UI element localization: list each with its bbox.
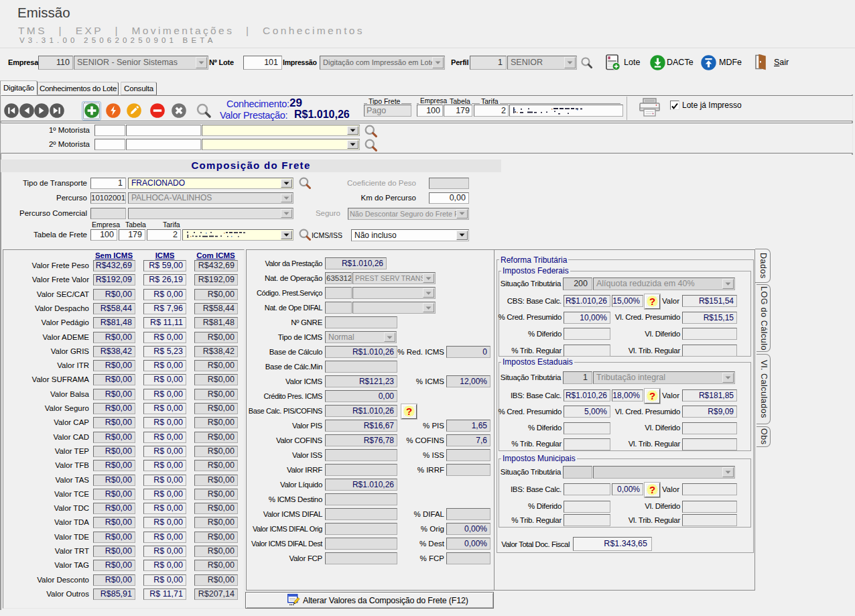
svg-text:?: ? [649,296,655,307]
svg-text:?: ? [649,390,655,402]
svg-text:?: ? [649,484,655,495]
